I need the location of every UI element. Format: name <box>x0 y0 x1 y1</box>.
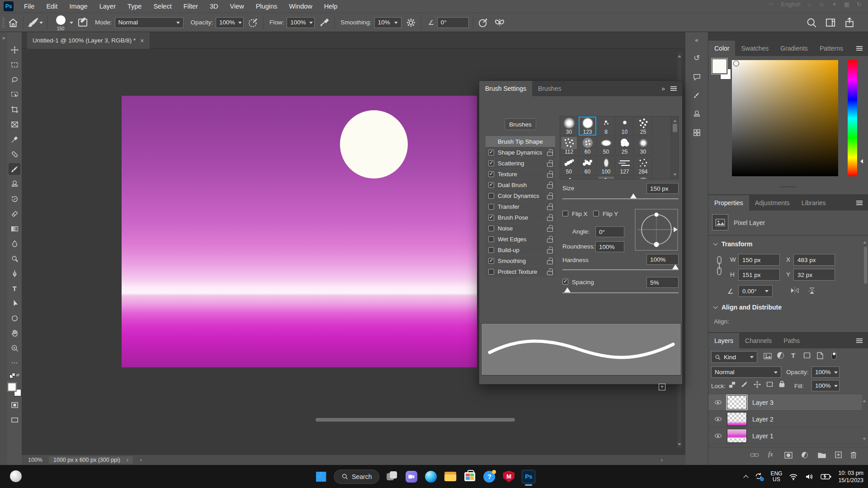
slider-thumb[interactable] <box>672 264 679 269</box>
lock-icon[interactable] <box>547 215 552 221</box>
tab-gradients[interactable]: Gradients <box>774 41 814 56</box>
canvas-image[interactable] <box>122 96 477 367</box>
quick-mask-icon[interactable] <box>9 399 20 411</box>
lock-icon[interactable] <box>547 204 552 210</box>
tool-eraser[interactable] <box>9 208 20 220</box>
tool-brush[interactable] <box>9 163 20 175</box>
taskbar-weather-icon[interactable] <box>10 470 22 482</box>
spacing-slider[interactable] <box>562 292 679 293</box>
slider-thumb[interactable] <box>564 287 571 292</box>
scroll-thumb[interactable] <box>673 124 677 132</box>
menu-layer[interactable]: Layer <box>94 0 122 13</box>
spacing-field[interactable]: 5% <box>646 277 679 288</box>
option-shape-dynamics[interactable]: Shape Dynamics <box>486 147 555 158</box>
tool-lasso[interactable] <box>9 74 20 85</box>
option-brush-pose[interactable]: Brush Pose <box>486 212 555 223</box>
y-field[interactable]: 32 px <box>793 269 835 281</box>
hue-slider-arrow[interactable] <box>858 159 863 164</box>
width-field[interactable]: 150 px <box>738 254 780 266</box>
brush-preset[interactable]: 25 <box>634 117 652 136</box>
layer-thumbnail[interactable] <box>727 412 747 426</box>
clock[interactable]: 10: 03 pm 15/1/2023 <box>838 469 863 484</box>
layer-row[interactable]: Layer 3 <box>708 394 862 411</box>
color-swatches-widget[interactable] <box>712 59 733 80</box>
brush-preset[interactable]: 284 <box>634 156 652 176</box>
tool-dodge[interactable] <box>9 253 20 264</box>
filter-pixel-layers-icon[interactable] <box>764 352 772 360</box>
pressure-size-icon[interactable] <box>477 17 489 28</box>
scroll-down-icon[interactable] <box>863 438 866 442</box>
home-icon[interactable] <box>7 17 19 28</box>
microsoft-store-icon[interactable] <box>463 470 477 483</box>
checkbox[interactable] <box>488 193 494 199</box>
hue-slider[interactable] <box>848 60 857 176</box>
scroll-up-icon[interactable] <box>678 53 681 57</box>
layer-styles-icon[interactable]: fx <box>768 450 773 458</box>
tab-properties[interactable]: Properties <box>708 195 749 211</box>
default-swap-colors-icon[interactable]: ⇄ <box>9 373 19 379</box>
toggle-brush-settings-icon[interactable] <box>77 17 89 28</box>
brush-preset[interactable]: 123 <box>579 117 597 136</box>
roundness-field[interactable]: 100% <box>595 241 624 252</box>
tab-brush-settings[interactable]: Brush Settings <box>479 81 532 96</box>
brush-preset[interactable]: 30 <box>560 117 578 136</box>
scroll-up-icon[interactable] <box>863 239 867 244</box>
chevron-right-icon[interactable]: › <box>127 457 128 463</box>
spacing-checkbox[interactable] <box>562 279 568 285</box>
lock-icon[interactable] <box>547 247 552 253</box>
tab-paths[interactable]: Paths <box>778 333 806 348</box>
sync-update-icon[interactable] <box>755 472 764 481</box>
layers-opacity-dropdown[interactable]: 100% <box>811 366 840 378</box>
menu-type[interactable]: Type <box>122 0 147 13</box>
history-panel-icon[interactable]: ↺ <box>693 53 700 63</box>
tab-color[interactable]: Color <box>708 41 735 56</box>
chat-app-icon[interactable] <box>405 470 419 483</box>
option-texture[interactable]: Texture <box>486 169 555 179</box>
comments-panel-icon[interactable] <box>693 73 701 81</box>
layer-name[interactable]: Layer 1 <box>752 432 774 440</box>
option-wet-edges[interactable]: Wet Edges <box>486 234 555 244</box>
checkbox[interactable] <box>488 225 494 231</box>
checkbox[interactable] <box>488 247 494 253</box>
brush-angle-field[interactable]: 0° <box>437 17 469 28</box>
brush-picker-chevron-icon[interactable] <box>70 22 73 26</box>
flow-dropdown[interactable]: 100% <box>287 17 315 28</box>
tab-libraries[interactable]: Libraries <box>796 195 832 211</box>
angle-field[interactable]: 0° <box>595 226 624 237</box>
checkbox[interactable] <box>488 236 494 242</box>
option-color-dynamics[interactable]: Color Dynamics <box>486 191 555 201</box>
lock-artboard-icon[interactable] <box>766 381 774 388</box>
brush-preset[interactable]: 60 <box>579 136 597 156</box>
tab-swatches[interactable]: Swatches <box>735 41 774 56</box>
filter-shape-layers-icon[interactable] <box>803 352 811 359</box>
scroll-up-icon[interactable] <box>863 398 866 402</box>
brush-preset[interactable]: 127 <box>616 156 634 176</box>
menu-window[interactable]: Window <box>283 0 318 13</box>
brush-preset[interactable]: 60 <box>579 156 597 176</box>
option-transfer[interactable]: Transfer <box>486 202 555 212</box>
taskbar-search[interactable]: Search <box>334 469 379 484</box>
brush-preset[interactable]: 100 <box>597 156 615 176</box>
menu-help[interactable]: Help <box>318 0 344 13</box>
share-icon[interactable] <box>844 17 855 28</box>
layer-visibility-icon[interactable] <box>715 434 722 438</box>
tab-layers[interactable]: Layers <box>708 333 739 348</box>
wifi-icon[interactable] <box>789 473 798 480</box>
status-chevron-right-icon[interactable]: › <box>661 457 663 463</box>
brush-preview-button[interactable]: 150 <box>52 14 70 32</box>
double-chevron-icon[interactable]: » <box>0 35 7 41</box>
tool-type[interactable]: T <box>9 282 20 294</box>
brush-preset[interactable]: 30 <box>634 136 652 156</box>
tool-clone-stamp[interactable] <box>9 178 20 190</box>
lock-icon[interactable] <box>547 150 552 156</box>
menu-view[interactable]: View <box>224 0 250 13</box>
properties-scrollbar[interactable] <box>864 247 867 284</box>
tool-crop[interactable] <box>9 103 20 115</box>
lock-image-pixels-icon[interactable] <box>741 381 748 388</box>
close-icon[interactable]: × <box>140 37 144 44</box>
checkbox[interactable] <box>488 269 494 275</box>
checkbox[interactable] <box>488 258 494 264</box>
height-field[interactable]: 151 px <box>738 269 780 281</box>
symmetry-butterfly-icon[interactable] <box>494 17 505 28</box>
layer-row[interactable]: Layer 1 <box>708 428 862 444</box>
